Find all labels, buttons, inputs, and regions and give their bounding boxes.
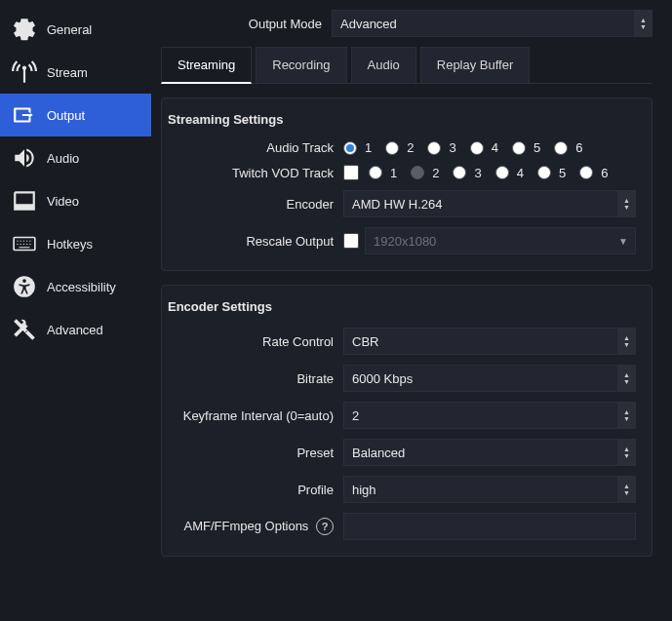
updown-icon: ▲▼ bbox=[617, 440, 635, 465]
sidebar-item-accessibility[interactable]: Accessibility bbox=[0, 265, 151, 308]
audio-track-3-radio[interactable] bbox=[427, 141, 441, 155]
sidebar-item-audio[interactable]: Audio bbox=[0, 136, 151, 179]
output-tabs: Streaming Recording Audio Replay Buffer bbox=[161, 47, 652, 84]
tab-recording[interactable]: Recording bbox=[256, 47, 346, 83]
svg-point-2 bbox=[22, 279, 26, 283]
sidebar-item-advanced[interactable]: Advanced bbox=[0, 308, 151, 351]
amf-options-label: AMF/FFmpeg Options ? bbox=[166, 518, 343, 535]
keyframe-input[interactable]: 2 ▲▼ bbox=[343, 402, 636, 429]
output-mode-label: Output Mode bbox=[161, 17, 332, 31]
updown-icon: ▲▼ bbox=[617, 366, 635, 391]
audio-track-2-radio[interactable] bbox=[385, 141, 399, 155]
label: Audio bbox=[47, 151, 79, 166]
twitch-vod-group: 1 2 3 4 5 6 bbox=[343, 165, 636, 180]
sidebar-item-video[interactable]: Video bbox=[0, 179, 151, 222]
tab-replay-buffer[interactable]: Replay Buffer bbox=[420, 47, 531, 83]
output-icon bbox=[10, 100, 39, 130]
label: Stream bbox=[47, 65, 88, 80]
keyboard-icon bbox=[10, 229, 39, 258]
streaming-settings-panel: Streaming Settings Audio Track 1 2 3 4 5… bbox=[161, 97, 652, 271]
rate-control-select[interactable]: CBR ▲▼ bbox=[343, 328, 636, 355]
vod-track-6-radio[interactable] bbox=[579, 166, 593, 179]
amf-options-input[interactable] bbox=[343, 513, 636, 540]
sidebar-item-output[interactable]: Output bbox=[0, 94, 151, 136]
preset-label: Preset bbox=[166, 446, 343, 460]
label: Output bbox=[47, 108, 85, 123]
twitch-vod-label: Twitch VOD Track bbox=[166, 166, 343, 180]
rescale-checkbox[interactable] bbox=[343, 233, 359, 249]
audio-track-group: 1 2 3 4 5 6 bbox=[343, 140, 636, 155]
updown-icon: ▲▼ bbox=[617, 191, 635, 216]
updown-icon: ▲▼ bbox=[617, 329, 635, 354]
sidebar-item-stream[interactable]: Stream bbox=[0, 51, 151, 94]
gear-icon bbox=[10, 15, 39, 44]
encoder-settings-title: Encoder Settings bbox=[168, 299, 636, 314]
profile-label: Profile bbox=[166, 483, 343, 497]
label: Video bbox=[47, 194, 79, 209]
twitch-vod-checkbox[interactable] bbox=[343, 165, 359, 180]
tab-audio[interactable]: Audio bbox=[351, 47, 416, 83]
encoder-select[interactable]: AMD HW H.264 ▲▼ bbox=[343, 190, 636, 217]
bitrate-label: Bitrate bbox=[166, 371, 343, 386]
label: Accessibility bbox=[47, 280, 116, 294]
updown-icon: ▲▼ bbox=[634, 11, 652, 36]
monitor-icon bbox=[10, 186, 39, 215]
label: Advanced bbox=[47, 323, 103, 337]
sidebar: General Stream Output Audio Video bbox=[0, 0, 151, 621]
accessibility-icon bbox=[10, 272, 39, 301]
audio-track-1-radio[interactable] bbox=[343, 141, 357, 155]
vod-track-1-radio[interactable] bbox=[369, 166, 382, 179]
encoder-label: Encoder bbox=[166, 197, 343, 212]
vod-track-4-radio[interactable] bbox=[495, 166, 509, 179]
vod-track-3-radio[interactable] bbox=[453, 166, 466, 179]
help-icon[interactable]: ? bbox=[316, 518, 334, 535]
sidebar-item-hotkeys[interactable]: Hotkeys bbox=[0, 222, 151, 265]
sidebar-item-general[interactable]: General bbox=[0, 8, 151, 51]
label: Hotkeys bbox=[47, 237, 93, 252]
updown-icon: ▲▼ bbox=[617, 477, 635, 502]
updown-icon: ▲▼ bbox=[617, 403, 635, 428]
label: General bbox=[47, 22, 92, 37]
rescale-label: Rescale Output bbox=[166, 234, 343, 249]
tools-icon bbox=[10, 315, 39, 344]
preset-select[interactable]: Balanced ▲▼ bbox=[343, 439, 636, 466]
profile-select[interactable]: high ▲▼ bbox=[343, 476, 636, 503]
vod-track-2-radio[interactable] bbox=[411, 166, 424, 179]
chevron-down-icon: ▼ bbox=[612, 228, 635, 253]
streaming-settings-title: Streaming Settings bbox=[168, 112, 636, 127]
audio-track-6-radio[interactable] bbox=[554, 141, 568, 155]
antenna-icon bbox=[10, 58, 39, 87]
speaker-icon bbox=[10, 143, 39, 173]
rate-control-label: Rate Control bbox=[166, 334, 343, 349]
bitrate-input[interactable]: 6000 Kbps ▲▼ bbox=[343, 365, 636, 392]
audio-track-label: Audio Track bbox=[166, 140, 343, 155]
tab-streaming[interactable]: Streaming bbox=[161, 47, 252, 84]
vod-track-5-radio[interactable] bbox=[537, 166, 551, 179]
audio-track-5-radio[interactable] bbox=[512, 141, 526, 155]
main-content: Output Mode Advanced ▲▼ Streaming Record… bbox=[151, 0, 672, 621]
encoder-settings-panel: Encoder Settings Rate Control CBR ▲▼ Bit… bbox=[161, 285, 652, 557]
output-mode-select[interactable]: Advanced ▲▼ bbox=[332, 10, 652, 37]
audio-track-4-radio[interactable] bbox=[470, 141, 484, 155]
rescale-select[interactable]: 1920x1080 ▼ bbox=[365, 227, 636, 254]
keyframe-label: Keyframe Interval (0=auto) bbox=[166, 408, 343, 423]
